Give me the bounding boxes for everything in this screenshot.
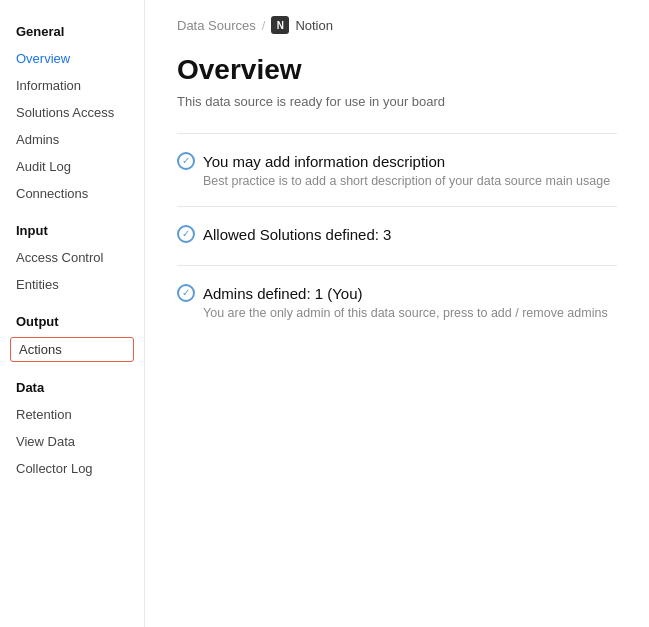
breadcrumb-separator: / bbox=[262, 18, 266, 33]
page-subtitle: This data source is ready for use in you… bbox=[177, 94, 617, 109]
sidebar-item-view-data[interactable]: View Data bbox=[0, 428, 144, 455]
info-card-title-text-1: Allowed Solutions defined: 3 bbox=[203, 226, 391, 243]
info-card-1: Allowed Solutions defined: 3 bbox=[177, 207, 617, 265]
sidebar-item-access-control[interactable]: Access Control bbox=[0, 244, 144, 271]
notion-icon: N bbox=[271, 16, 289, 34]
main-content: Data Sources / N Notion Overview This da… bbox=[145, 0, 649, 627]
sidebar-item-information[interactable]: Information bbox=[0, 72, 144, 99]
sidebar-section-label-data: Data bbox=[0, 364, 144, 401]
check-icon-2 bbox=[177, 284, 195, 302]
sidebar-section-label-input: Input bbox=[0, 207, 144, 244]
info-card-title-text-2: Admins defined: 1 (You) bbox=[203, 285, 363, 302]
breadcrumb-current: Notion bbox=[295, 18, 333, 33]
sidebar-item-overview[interactable]: Overview bbox=[0, 45, 144, 72]
page-title: Overview bbox=[177, 54, 617, 86]
info-card-0: You may add information descriptionBest … bbox=[177, 134, 617, 206]
sidebar-section-label-output: Output bbox=[0, 298, 144, 335]
check-icon-1 bbox=[177, 225, 195, 243]
breadcrumb: Data Sources / N Notion bbox=[177, 16, 617, 34]
info-card-desc-2: You are the only admin of this data sour… bbox=[203, 306, 617, 320]
info-card-title-text-0: You may add information description bbox=[203, 153, 445, 170]
sidebar-section-label-general: General bbox=[0, 16, 144, 45]
sidebar: GeneralOverviewInformationSolutions Acce… bbox=[0, 0, 145, 627]
info-card-2: Admins defined: 1 (You)You are the only … bbox=[177, 266, 617, 338]
sidebar-item-admins[interactable]: Admins bbox=[0, 126, 144, 153]
sidebar-item-audit-log[interactable]: Audit Log bbox=[0, 153, 144, 180]
info-card-desc-0: Best practice is to add a short descript… bbox=[203, 174, 617, 188]
breadcrumb-parent[interactable]: Data Sources bbox=[177, 18, 256, 33]
sidebar-item-retention[interactable]: Retention bbox=[0, 401, 144, 428]
sidebar-item-connections[interactable]: Connections bbox=[0, 180, 144, 207]
check-icon-0 bbox=[177, 152, 195, 170]
info-cards: You may add information descriptionBest … bbox=[177, 134, 617, 338]
sidebar-item-entities[interactable]: Entities bbox=[0, 271, 144, 298]
info-card-title-2: Admins defined: 1 (You) bbox=[177, 284, 617, 302]
sidebar-item-solutions-access[interactable]: Solutions Access bbox=[0, 99, 144, 126]
info-card-title-1: Allowed Solutions defined: 3 bbox=[177, 225, 617, 243]
info-card-title-0: You may add information description bbox=[177, 152, 617, 170]
sidebar-item-actions[interactable]: Actions bbox=[10, 337, 134, 362]
sidebar-item-collector-log[interactable]: Collector Log bbox=[0, 455, 144, 482]
